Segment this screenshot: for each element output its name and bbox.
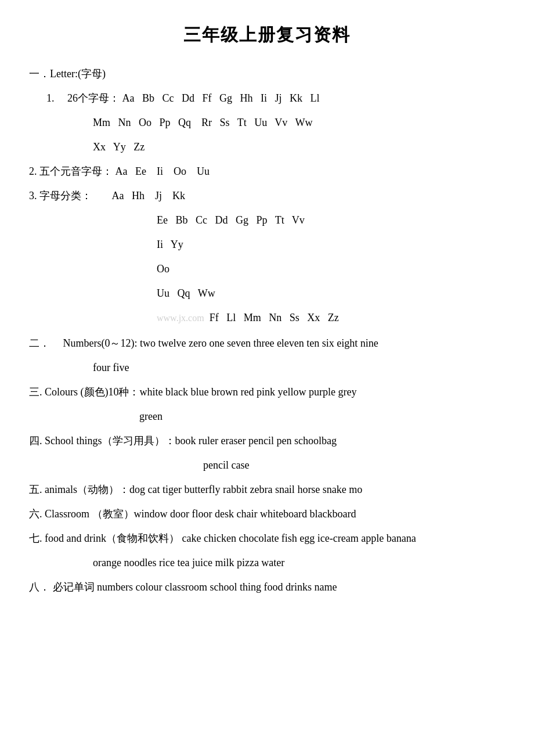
alphabet-section: 1. 26个字母： Aa Bb Cc Dd Ff Gg Hh Ii Jj Kk … xyxy=(29,88,505,109)
numbers-header: 二． xyxy=(29,337,60,349)
letter-cat-label: 3. xyxy=(29,190,37,201)
school-things-row2-line: pencil case xyxy=(29,455,505,476)
vocab-content: 必记单词 numbers colour classroom school thi… xyxy=(53,581,337,593)
numbers-row2: four five xyxy=(93,362,129,373)
colours-row2: green xyxy=(139,411,163,422)
alphabet-row1: Aa Bb Cc Dd Ff Gg Hh Ii Jj Kk Ll xyxy=(122,92,320,104)
food-row2-line: orange noodles rice tea juice milk pizza… xyxy=(29,552,505,573)
section-one-header: 一．Letter:(字母) xyxy=(29,63,505,84)
letter-category-section: 3. 字母分类： Aa Hh Jj Kk xyxy=(29,185,505,206)
colours-section: 三. Colours (颜色)10种：white black blue brow… xyxy=(29,381,505,402)
section-one-label: 一．Letter:(字母) xyxy=(29,68,106,80)
animals-section: 五. animals（动物）：dog cat tiger butterfly r… xyxy=(29,479,505,500)
letter-cat-row2: Ee Bb Cc Dd Gg Pp Tt Vv xyxy=(157,214,305,226)
school-things-section: 四. School things（学习用具）：book ruler eraser… xyxy=(29,430,505,451)
classroom-header: 六. xyxy=(29,508,42,520)
letter-cat-row3: Ii Yy xyxy=(157,239,183,250)
food-row2: orange noodles rice tea juice milk pizza… xyxy=(93,557,284,568)
colours-content: Colours (颜色)10种：white black blue brown r… xyxy=(45,386,356,398)
letter-cat-row2-line: Ee Bb Cc Dd Gg Pp Tt Vv xyxy=(29,210,505,231)
school-things-row2: pencil case xyxy=(203,459,249,471)
numbers-content: Numbers(0～12): two twelve zero one seven… xyxy=(63,337,378,349)
food-header: 七. xyxy=(29,532,42,544)
food-section: 七. food and drink（食物和饮料） cake chicken ch… xyxy=(29,528,505,549)
animals-content: animals（动物）：dog cat tiger butterfly rabb… xyxy=(45,484,362,495)
letter-cat-prefix: 字母分类： xyxy=(39,190,92,201)
letter-cat-row4-line: Oo xyxy=(29,258,505,279)
classroom-section: 六. Classroom （教室）window door floor desk … xyxy=(29,503,505,524)
letter-cat-row6: Ff Ll Mm Nn Ss Xx Zz xyxy=(210,312,339,323)
food-content: food and drink（食物和饮料） cake chicken choco… xyxy=(45,532,416,544)
alphabet-row2-line: Mm Nn Oo Pp Qq Rr Ss Tt Uu Vv Ww xyxy=(29,112,505,133)
school-things-header: 四. xyxy=(29,435,42,447)
numbers-section: 二． Numbers(0～12): two twelve zero one se… xyxy=(29,333,505,354)
alphabet-row2: Mm Nn Oo Pp Qq Rr Ss Tt Uu Vv Ww xyxy=(93,117,313,128)
vowels-section: 2. 五个元音字母： Aa Ee Ii Oo Uu xyxy=(29,161,505,182)
colours-row2-line: green xyxy=(29,406,505,427)
vowels-label: 2. xyxy=(29,165,37,177)
letter-cat-row1: Aa Hh Jj Kk xyxy=(95,190,186,201)
numbers-row2-line: four five xyxy=(29,357,505,378)
classroom-content: Classroom （教室）window door floor desk cha… xyxy=(45,508,356,520)
alphabet-row3-line: Xx Yy Zz xyxy=(29,136,505,157)
vowels-prefix: 五个元音字母： xyxy=(39,165,113,177)
colours-header: 三. xyxy=(29,386,42,398)
letter-cat-row4: Oo xyxy=(157,263,169,275)
letter-cat-row3-line: Ii Yy xyxy=(29,234,505,255)
letter-cat-row6-line: www.jx.com Ff Ll Mm Nn Ss Xx Zz xyxy=(29,307,505,328)
school-things-content: School things（学习用具）：book ruler eraser pe… xyxy=(45,435,337,447)
alphabet-prefix: 26个字母： xyxy=(67,92,120,104)
alphabet-row3: Xx Yy Zz xyxy=(93,141,145,153)
page-title: 三年级上册复习资料 xyxy=(29,23,505,47)
letter-cat-row5-line: Uu Qq Ww xyxy=(29,283,505,304)
watermark: www.jx.com xyxy=(157,313,204,323)
vowels-list: Aa Ee Ii Oo Uu xyxy=(116,165,210,177)
animals-header: 五. xyxy=(29,484,42,495)
vocab-section: 八． 必记单词 numbers colour classroom school … xyxy=(29,577,505,597)
letter-cat-row5: Uu Qq Ww xyxy=(157,287,215,299)
vocab-header: 八． xyxy=(29,581,50,593)
alphabet-number-label: 1. xyxy=(46,92,65,104)
